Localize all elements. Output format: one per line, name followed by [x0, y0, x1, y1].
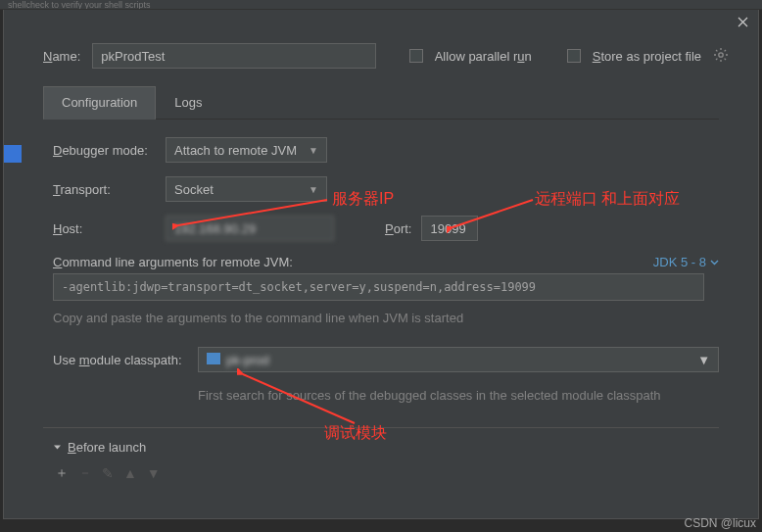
debugger-mode-label: Debugger mode: — [53, 143, 156, 158]
name-label: Name: — [43, 49, 80, 64]
jdk-version-value: JDK 5 - 8 — [653, 255, 706, 269]
add-task-button[interactable]: ＋ — [55, 464, 69, 482]
jdk-version-dropdown[interactable]: JDK 5 - 8 — [653, 255, 719, 269]
module-folder-icon — [207, 353, 220, 364]
chevron-down-icon: ▼ — [309, 145, 318, 156]
before-launch-toolbar: ＋ － ✎ ▲ ▼ — [53, 464, 719, 482]
hint-bar: shellcheck to verify your shell scripts — [0, 0, 762, 10]
debugger-mode-dropdown[interactable]: Attach to remote JVM ▼ — [166, 137, 327, 163]
module-value: pk-prod — [226, 353, 269, 367]
config-panel: Debugger mode: Attach to remote JVM ▼ Tr… — [4, 120, 758, 415]
host-label: Host: — [53, 221, 156, 236]
chevron-down-icon: ▼ — [697, 353, 710, 367]
host-input[interactable] — [166, 216, 334, 241]
port-label: Port: — [385, 221, 411, 236]
store-project-checkbox[interactable] — [567, 49, 581, 63]
name-input[interactable] — [92, 43, 376, 69]
svg-point-0 — [719, 52, 723, 56]
move-up-button: ▲ — [123, 465, 137, 481]
chevron-down-icon — [710, 258, 719, 266]
port-input[interactable] — [421, 216, 478, 241]
module-label: Use module classpath: — [53, 353, 188, 367]
transport-label: Transport: — [53, 182, 156, 197]
header-row: Name: Allow parallel run Store as projec… — [4, 33, 758, 86]
sidebar-selection-indicator — [4, 145, 22, 163]
transport-dropdown[interactable]: Socket ▼ — [166, 176, 327, 202]
edit-task-button: ✎ — [102, 465, 114, 481]
before-launch-section: Before launch ＋ － ✎ ▲ ▼ — [53, 440, 719, 482]
gear-icon[interactable] — [713, 47, 729, 66]
cmdline-label: Command line arguments for remote JVM: — [53, 255, 293, 269]
allow-parallel-label: Allow parallel run — [435, 49, 532, 64]
module-classpath-dropdown[interactable]: pk-prod ▼ — [198, 347, 719, 372]
watermark: CSDN @licux — [684, 516, 756, 530]
tab-logs[interactable]: Logs — [156, 86, 220, 119]
tabs-bar: Configuration Logs — [43, 86, 719, 120]
dialog-titlebar — [4, 10, 758, 33]
allow-parallel-checkbox[interactable] — [409, 49, 423, 63]
transport-value: Socket — [174, 182, 214, 197]
cmdline-textarea[interactable]: -agentlib:jdwp=transport=dt_socket,serve… — [53, 273, 704, 301]
run-config-dialog: Name: Allow parallel run Store as projec… — [3, 10, 759, 519]
store-project-label: Store as project file — [593, 49, 701, 64]
chevron-down-icon: ▼ — [309, 184, 318, 195]
remove-task-button: － — [78, 464, 92, 482]
divider — [43, 427, 719, 428]
tab-configuration[interactable]: Configuration — [43, 86, 156, 120]
move-down-button: ▼ — [147, 465, 161, 481]
chevron-down-icon — [53, 443, 62, 452]
module-help: First search for sources of the debugged… — [198, 386, 719, 406]
debugger-mode-value: Attach to remote JVM — [174, 143, 297, 158]
before-launch-header[interactable]: Before launch — [53, 440, 719, 455]
cmdline-help: Copy and paste the arguments to the comm… — [53, 311, 719, 325]
close-icon[interactable] — [735, 14, 750, 29]
before-launch-title: Before launch — [68, 440, 146, 455]
